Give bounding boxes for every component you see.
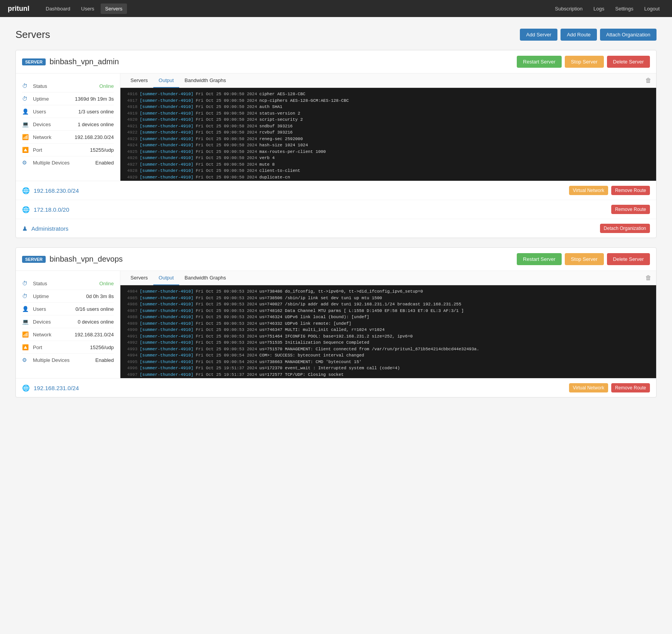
- nav-users[interactable]: Users: [77, 3, 99, 14]
- info-network-1: 📶 Network 192.168.230.0/24: [22, 131, 114, 144]
- attach-org-button[interactable]: Attach Organization: [600, 29, 657, 41]
- port-icon-1: 🔼: [22, 147, 30, 153]
- server-name-1: binbash_vpn_admin: [50, 57, 517, 66]
- multidevice-icon-1: ⚙: [22, 159, 30, 166]
- status-label-2: Status: [33, 281, 99, 286]
- add-route-button[interactable]: Add Route: [561, 29, 597, 41]
- page-actions: Add Server Add Route Attach Organization: [520, 29, 657, 41]
- virtual-network-1-0-button[interactable]: Virtual Network: [569, 186, 608, 195]
- route-row-1-1: 🌐 172.18.0.0/20 Remove Route: [16, 200, 656, 219]
- route-actions-1-0: Virtual Network Remove Route: [569, 186, 650, 195]
- devices-label-2: Devices: [33, 319, 78, 325]
- org-name-1-0: Administrators: [31, 225, 600, 232]
- info-users-2: 👤 Users 0/16 users online: [22, 303, 114, 315]
- info-devices-1: 💻 Devices 1 devices online: [22, 118, 114, 131]
- uptime-icon-1: ⏱: [22, 96, 30, 102]
- delete-server-1-button[interactable]: Delete Server: [607, 56, 650, 68]
- tab-bandwidth-2[interactable]: Bandwidth Graphs: [179, 271, 231, 285]
- network-icon-2: 📶: [22, 331, 30, 338]
- nav-dashboard[interactable]: Dashboard: [41, 3, 75, 14]
- tabs-header-1: Servers Output Bandwidth Graphs 🗑: [120, 74, 656, 88]
- nav-settings[interactable]: Settings: [610, 3, 638, 14]
- route-network-2-0: 192.168.231.0/24: [34, 385, 569, 391]
- route-network-1-1: 172.18.0.0/20: [34, 206, 611, 213]
- uptime-value-2: 0d 0h 3m 8s: [86, 293, 114, 299]
- restart-server-2-button[interactable]: Restart Server: [517, 253, 562, 265]
- restart-server-1-button[interactable]: Restart Server: [517, 56, 562, 68]
- info-devices-2: 💻 Devices 0 devices online: [22, 315, 114, 328]
- info-status-1: ⏱ Status Online: [22, 80, 114, 93]
- devices-icon-1: 💻: [22, 121, 30, 127]
- users-value-2: 0/16 users online: [75, 306, 114, 312]
- status-value-2: Online: [99, 281, 114, 286]
- server-tabs-2: Servers Output Bandwidth Graphs 🗑 4984[s…: [120, 271, 656, 378]
- route-globe-icon-2-0: 🌐: [22, 384, 30, 392]
- users-icon-2: 👤: [22, 306, 30, 312]
- port-label-1: Port: [33, 147, 90, 153]
- trash-icon-2[interactable]: 🗑: [645, 274, 651, 281]
- stop-server-2-button[interactable]: Stop Server: [565, 253, 604, 265]
- info-uptime-1: ⏱ Uptime 1369d 9h 19m 3s: [22, 93, 114, 105]
- server-actions-2: Restart Server Stop Server Delete Server: [517, 253, 650, 265]
- users-label-1: Users: [33, 109, 78, 115]
- multidevice-value-2: Enabled: [95, 357, 114, 363]
- page-content: Servers Add Server Add Route Attach Orga…: [0, 17, 672, 418]
- info-port-1: 🔼 Port 15255/udp: [22, 144, 114, 156]
- server-body-1: ⏱ Status Online ⏱ Uptime 1369d 9h 19m 3s…: [16, 74, 656, 181]
- remove-route-1-0-button[interactable]: Remove Route: [611, 186, 650, 195]
- navbar: pritunl Dashboard Users Servers Subscrip…: [0, 0, 672, 17]
- port-value-2: 15256/udp: [90, 344, 114, 350]
- network-value-2: 192.168.231.0/24: [75, 332, 114, 338]
- info-uptime-2: ⏱ Uptime 0d 0h 3m 8s: [22, 290, 114, 303]
- server-card-2: Server binbash_vpn_devops Restart Server…: [15, 247, 657, 398]
- server-header-1: Server binbash_vpn_admin Restart Server …: [16, 50, 656, 74]
- detach-org-1-0-button[interactable]: Detach Organization: [600, 224, 650, 233]
- org-row-1-0: ♟ Administrators Detach Organization: [16, 219, 656, 238]
- multidevice-label-1: Multiple Devices: [33, 160, 95, 166]
- remove-route-2-0-button[interactable]: Remove Route: [611, 383, 650, 392]
- server-footer-2: 🌐 192.168.231.0/24 Virtual Network Remov…: [16, 378, 656, 397]
- tab-output-2[interactable]: Output: [153, 271, 179, 285]
- add-server-button[interactable]: Add Server: [520, 29, 557, 41]
- info-multidevice-1: ⚙ Multiple Devices Enabled: [22, 156, 114, 169]
- page-title: Servers: [15, 29, 520, 41]
- route-network-1-0: 192.168.230.0/24: [34, 187, 569, 194]
- server-body-2: ⏱ Status Online ⏱ Uptime 0d 0h 3m 8s 👤 U…: [16, 271, 656, 378]
- nav-servers[interactable]: Servers: [101, 3, 127, 14]
- server-badge-2: Server: [22, 256, 46, 263]
- delete-server-2-button[interactable]: Delete Server: [607, 253, 650, 265]
- stop-server-1-button[interactable]: Stop Server: [565, 56, 604, 68]
- uptime-label-1: Uptime: [33, 96, 75, 102]
- tab-output-1[interactable]: Output: [153, 74, 179, 88]
- multidevice-value-1: Enabled: [95, 160, 114, 166]
- tabs-header-2: Servers Output Bandwidth Graphs 🗑: [120, 271, 656, 285]
- info-port-2: 🔼 Port 15256/udp: [22, 341, 114, 354]
- info-multidevice-2: ⚙ Multiple Devices Enabled: [22, 354, 114, 366]
- route-actions-1-1: Remove Route: [611, 205, 650, 214]
- server-footer-1: 🌐 192.168.230.0/24 Virtual Network Remov…: [16, 181, 656, 238]
- nav-logs[interactable]: Logs: [589, 3, 609, 14]
- multidevice-label-2: Multiple Devices: [33, 357, 95, 363]
- status-label-1: Status: [33, 83, 99, 89]
- tab-bandwidth-1[interactable]: Bandwidth Graphs: [179, 74, 231, 88]
- users-value-1: 1/3 users online: [78, 109, 114, 115]
- log-output-2[interactable]: 4984[summer-thunder-4910]Fri Oct 25 09:0…: [120, 285, 656, 378]
- nav-right: Subscription Logs Settings Logout: [550, 3, 665, 14]
- devices-value-2: 0 devices online: [78, 319, 114, 325]
- info-users-1: 👤 Users 1/3 users online: [22, 105, 114, 118]
- server-header-2: Server binbash_vpn_devops Restart Server…: [16, 248, 656, 271]
- brand-logo: pritunl: [8, 5, 29, 13]
- trash-icon-1[interactable]: 🗑: [645, 77, 651, 84]
- remove-route-1-1-button[interactable]: Remove Route: [611, 205, 650, 214]
- nav-subscription[interactable]: Subscription: [550, 3, 588, 14]
- route-row-2-0: 🌐 192.168.231.0/24 Virtual Network Remov…: [16, 379, 656, 397]
- uptime-value-1: 1369d 9h 19m 3s: [75, 96, 114, 102]
- virtual-network-2-0-button[interactable]: Virtual Network: [569, 383, 608, 392]
- tab-servers-2[interactable]: Servers: [125, 271, 153, 285]
- log-output-1[interactable]: 4916[summer-thunder-4910]Fri Oct 25 09:0…: [120, 88, 656, 181]
- devices-value-1: 1 devices online: [78, 122, 114, 127]
- network-icon-1: 📶: [22, 134, 30, 140]
- nav-logout[interactable]: Logout: [639, 3, 664, 14]
- tab-servers-1[interactable]: Servers: [125, 74, 153, 88]
- server-info-2: ⏱ Status Online ⏱ Uptime 0d 0h 3m 8s 👤 U…: [16, 271, 120, 378]
